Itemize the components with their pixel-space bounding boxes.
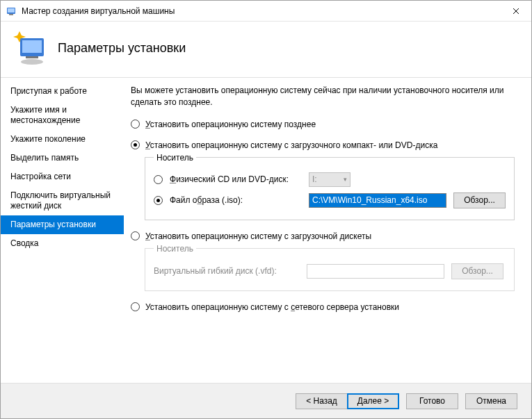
svg-point-7 bbox=[21, 59, 43, 65]
option-label: Установить операционную систему с загруз… bbox=[145, 140, 437, 150]
step-vhd[interactable]: Подключить виртуальный жесткий диск bbox=[1, 186, 124, 215]
step-generation[interactable]: Укажите поколение bbox=[1, 130, 124, 149]
window-title: Мастер создания виртуальной машины bbox=[22, 6, 500, 16]
finish-button[interactable]: Готово bbox=[406, 393, 458, 409]
wizard-body: Приступая к работе Укажите имя и местона… bbox=[1, 78, 531, 384]
radio-install-later[interactable] bbox=[131, 120, 140, 129]
svg-rect-5 bbox=[22, 40, 42, 53]
next-button[interactable]: Далее > bbox=[347, 393, 399, 409]
app-icon bbox=[6, 6, 17, 17]
drive-select[interactable]: I: ▾ bbox=[309, 172, 350, 187]
cancel-button[interactable]: Отмена bbox=[465, 393, 517, 409]
disc-legend: Носитель bbox=[154, 153, 196, 163]
option-install-later[interactable]: Установить операционную систему позднее bbox=[131, 118, 515, 131]
option-label: Установить операционную систему с сетево… bbox=[145, 302, 399, 312]
radio-physical-disc[interactable] bbox=[154, 175, 163, 184]
vfd-label: Виртуальный гибкий диск (.vfd): bbox=[154, 266, 300, 276]
radio-install-floppy[interactable] bbox=[131, 231, 140, 240]
svg-rect-2 bbox=[9, 14, 13, 15]
physical-disc-row: Физический CD или DVD-диск: I: ▾ bbox=[154, 170, 506, 190]
step-network[interactable]: Настройка сети bbox=[1, 167, 124, 186]
wizard-footer: < Назад Далее > Готово Отмена bbox=[1, 384, 531, 418]
radio-install-disc[interactable] bbox=[131, 140, 140, 149]
option-label: Установить операционную систему позднее bbox=[145, 120, 316, 129]
floppy-media-group: Носитель Виртуальный гибкий диск (.vfd):… bbox=[145, 244, 515, 291]
option-label: Установить операционную систему с загруз… bbox=[145, 231, 371, 241]
chevron-down-icon: ▾ bbox=[344, 176, 347, 183]
wizard-header: Параметры установки bbox=[1, 22, 531, 77]
iso-path-input[interactable]: C:\VM\Win10_Russian_x64.iso bbox=[309, 193, 446, 208]
wizard-icon bbox=[10, 28, 49, 67]
iso-row: Файл образа (.iso): C:\VM\Win10_Russian_… bbox=[154, 190, 506, 211]
step-install-options[interactable]: Параметры установки bbox=[1, 215, 124, 234]
option-install-disc[interactable]: Установить операционную систему с загруз… bbox=[131, 139, 515, 151]
iso-label: Файл образа (.iso): bbox=[170, 195, 302, 205]
step-summary[interactable]: Сводка bbox=[1, 234, 124, 253]
nav-button-group: < Назад Далее > bbox=[296, 393, 399, 409]
option-install-floppy[interactable]: Установить операционную систему с загруз… bbox=[131, 230, 515, 243]
svg-rect-1 bbox=[8, 8, 15, 13]
disc-media-group: Носитель Физический CD или DVD-диск: I: … bbox=[145, 153, 515, 220]
step-getting-started[interactable]: Приступая к работе bbox=[1, 82, 124, 101]
page-heading: Параметры установки bbox=[58, 41, 186, 56]
vfd-path-input bbox=[307, 264, 444, 279]
step-memory[interactable]: Выделить память bbox=[1, 149, 124, 167]
step-name-location[interactable]: Укажите имя и местонахождение bbox=[1, 101, 124, 130]
radio-install-network[interactable] bbox=[131, 302, 140, 311]
floppy-legend: Носитель bbox=[154, 244, 196, 254]
svg-rect-6 bbox=[26, 56, 38, 58]
intro-text: Вы можете установить операционную систем… bbox=[131, 85, 515, 108]
wizard-content: Вы можете установить операционную систем… bbox=[124, 78, 531, 383]
back-button[interactable]: < Назад bbox=[296, 393, 348, 409]
titlebar: Мастер создания виртуальной машины bbox=[1, 1, 531, 22]
vfd-row: Виртуальный гибкий диск (.vfd): Обзор... bbox=[154, 261, 506, 282]
browse-vfd-button: Обзор... bbox=[451, 263, 503, 279]
radio-iso-file[interactable] bbox=[154, 196, 163, 205]
option-install-network[interactable]: Установить операционную систему с сетево… bbox=[131, 301, 515, 313]
wizard-steps-sidebar: Приступая к работе Укажите имя и местона… bbox=[1, 78, 124, 383]
close-button[interactable] bbox=[500, 1, 531, 21]
physical-disc-label: Физический CD или DVD-диск: bbox=[170, 174, 302, 184]
browse-iso-button[interactable]: Обзор... bbox=[453, 192, 506, 208]
drive-select-value: I: bbox=[312, 174, 317, 184]
